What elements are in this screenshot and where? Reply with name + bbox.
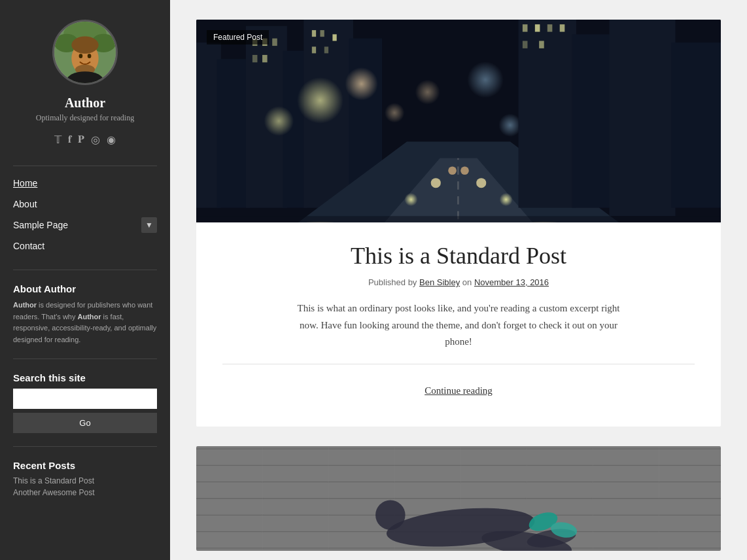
main-content: Featured Post [170,0,747,560]
svg-rect-48 [262,55,268,62]
divider-4 [13,446,157,447]
post-meta-1: Published by Ben Sibley on November 13, … [222,277,695,287]
divider-2 [13,270,157,270]
about-author-section: About Author Author is designed for publ… [13,283,157,345]
featured-image-wrap: Featured Post [196,20,721,222]
svg-point-38 [460,166,469,175]
svg-point-21 [345,67,378,101]
svg-rect-43 [324,46,328,53]
recent-post-1[interactable]: This is a Standard Post [13,476,157,485]
avatar [52,20,118,85]
svg-point-6 [79,54,83,58]
svg-rect-40 [320,30,324,37]
nav-link-sample[interactable]: Sample Page [13,215,68,236]
instagram-icon[interactable]: ◎ [91,133,100,146]
svg-point-22 [264,106,294,135]
svg-rect-47 [252,55,258,62]
svg-point-23 [415,80,440,105]
recent-posts-title: Recent Posts [13,460,157,471]
svg-point-33 [404,193,417,206]
twitter-icon[interactable]: 𝕋 [54,133,61,146]
nav-item-sample[interactable]: Sample Page ▼ [13,215,157,236]
svg-rect-41 [332,34,336,41]
svg-point-37 [448,166,457,175]
post-body-1: This is a Standard Post Published by Ben… [196,222,721,427]
svg-point-7 [88,54,92,58]
author-tagline: Optimally designed for reading [36,113,134,123]
svg-point-35 [431,178,441,188]
nav-item-contact[interactable]: Contact [13,236,157,256]
post-author-link[interactable]: Ben Sibley [419,277,460,287]
nav-link-home[interactable]: Home [13,173,157,194]
second-post-image [196,446,721,551]
svg-rect-51 [609,20,675,216]
continue-reading-link[interactable]: Continue reading [222,375,695,407]
post-divider-1 [222,364,695,364]
svg-rect-59 [196,216,721,222]
sidebar: Author Optimally designed for reading 𝕋 … [0,0,170,560]
rss-icon[interactable]: ◉ [107,133,116,146]
svg-rect-50 [572,34,614,207]
city-night-image [196,20,721,222]
svg-point-24 [467,61,504,98]
divider-3 [13,359,157,359]
featured-badge: Featured Post [207,30,269,44]
author-name: Author [65,96,105,111]
nav-item-about[interactable]: About [13,194,157,215]
search-go-button[interactable]: Go [13,413,157,433]
post-title-1: This is a Standard Post [222,242,695,270]
sidebar-nav: Home About Sample Page ▼ Contact [13,173,157,256]
post-card-2 [196,446,721,551]
search-section: Search this site Go [13,372,157,433]
svg-point-34 [500,193,513,206]
nav-link-about[interactable]: About [13,194,157,215]
pinterest-icon[interactable]: 𝐏 [78,133,84,146]
svg-rect-53 [523,24,528,31]
post-date-link[interactable]: November 13, 2016 [474,277,549,287]
svg-rect-55 [547,24,553,31]
facebook-icon[interactable]: 𝐟 [68,133,71,146]
svg-point-20 [297,77,343,124]
svg-point-36 [476,178,486,188]
svg-rect-12 [217,59,251,207]
post-card-1: Featured Post [196,20,721,427]
search-title: Search this site [13,372,157,383]
svg-rect-54 [535,24,540,31]
svg-rect-46 [272,39,277,46]
recent-post-2[interactable]: Another Awesome Post [13,488,157,497]
post-excerpt-1: This is what an ordinary post looks like… [288,300,629,351]
search-input[interactable] [13,389,157,409]
nav-link-contact[interactable]: Contact [13,236,157,256]
svg-rect-52 [671,43,721,208]
svg-point-80 [375,500,405,529]
divider-1 [13,166,157,166]
svg-rect-39 [312,30,316,37]
social-icons-row: 𝕋 𝐟 𝐏 ◎ ◉ [54,133,116,146]
svg-point-32 [385,103,404,122]
svg-point-31 [498,114,521,137]
nav-item-home[interactable]: Home [13,173,157,194]
svg-rect-57 [523,41,528,48]
svg-rect-56 [560,24,565,31]
chevron-down-icon[interactable]: ▼ [141,217,157,233]
svg-point-5 [71,37,98,54]
recent-posts-section: Recent Posts This is a Standard Post Ano… [13,460,157,500]
about-author-text: Author is designed for publishers who wa… [13,300,157,345]
svg-rect-42 [312,46,316,53]
svg-rect-58 [539,41,544,48]
about-author-title: About Author [13,283,157,294]
